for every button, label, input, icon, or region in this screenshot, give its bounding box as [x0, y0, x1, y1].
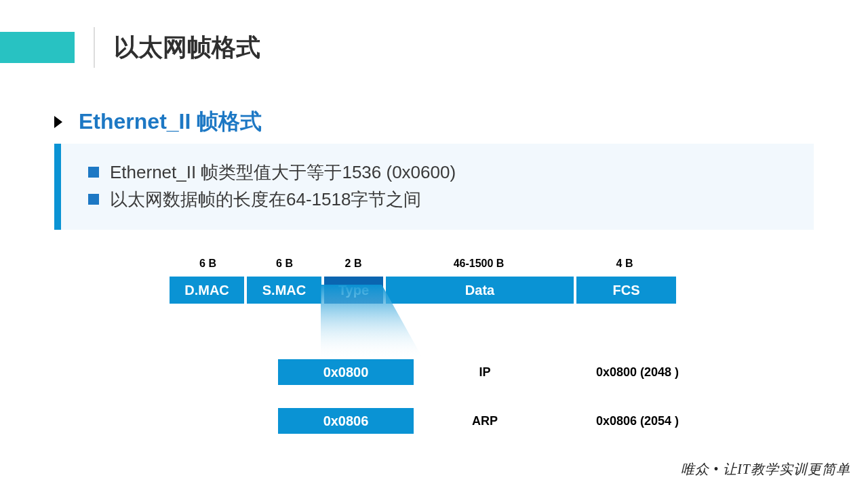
square-bullet-icon: [88, 167, 99, 178]
cell-fcs: FCS: [576, 277, 676, 304]
byte-label-row: 6 B 6 B 2 B 46-1500 B 4 B: [170, 258, 698, 270]
info-text-2: 以太网数据帧的长度在64-1518字节之间: [110, 186, 421, 213]
slide-header: 以太网帧格式: [0, 27, 868, 68]
info-text-1: Ethernet_II 帧类型值大于等于1536 (0x0600): [110, 159, 456, 186]
byte-label-data: 46-1500 B: [384, 258, 574, 270]
type-row-ip: 0x0800 IP 0x0800 (2048 ): [278, 359, 753, 385]
type-hex-arp: 0x0806: [278, 408, 414, 434]
title-divider: [94, 27, 114, 68]
svg-marker-0: [321, 285, 422, 358]
type-proto-arp: ARP: [441, 414, 529, 428]
footer-brand: 唯众 • 让IT教学实训更简单: [681, 460, 850, 479]
byte-label-dmac: 6 B: [170, 258, 246, 270]
frame-diagram: 6 B 6 B 2 B 46-1500 B 4 B D.MAC S.MAC Ty…: [170, 258, 698, 304]
info-item-1: Ethernet_II 帧类型值大于等于1536 (0x0600): [88, 159, 793, 186]
info-panel: Ethernet_II 帧类型值大于等于1536 (0x0600) 以太网数据帧…: [54, 144, 814, 230]
square-bullet-icon: [88, 194, 99, 205]
subtitle-row: Ethernet_II 帧格式: [54, 107, 262, 137]
type-breakdown: 0x0800 IP 0x0800 (2048 ) 0x0806 ARP 0x08…: [278, 359, 753, 457]
type-decimal-arp: 0x0806 (2054 ): [570, 414, 705, 428]
cell-dmac: D.MAC: [170, 277, 244, 304]
slide-subtitle: Ethernet_II 帧格式: [79, 107, 262, 137]
byte-label-smac: 6 B: [246, 258, 323, 270]
type-hex-ip: 0x0800: [278, 359, 414, 385]
arrow-icon: [54, 116, 62, 128]
cell-smac: S.MAC: [247, 277, 321, 304]
type-decimal-ip: 0x0800 (2048 ): [570, 365, 705, 380]
byte-label-fcs: 4 B: [574, 258, 675, 270]
accent-block: [0, 32, 75, 63]
type-row-arp: 0x0806 ARP 0x0806 (2054 ): [278, 408, 753, 434]
type-proto-ip: IP: [441, 365, 529, 380]
slide-title: 以太网帧格式: [114, 31, 260, 64]
info-item-2: 以太网数据帧的长度在64-1518字节之间: [88, 186, 793, 213]
byte-label-type: 2 B: [323, 258, 384, 270]
